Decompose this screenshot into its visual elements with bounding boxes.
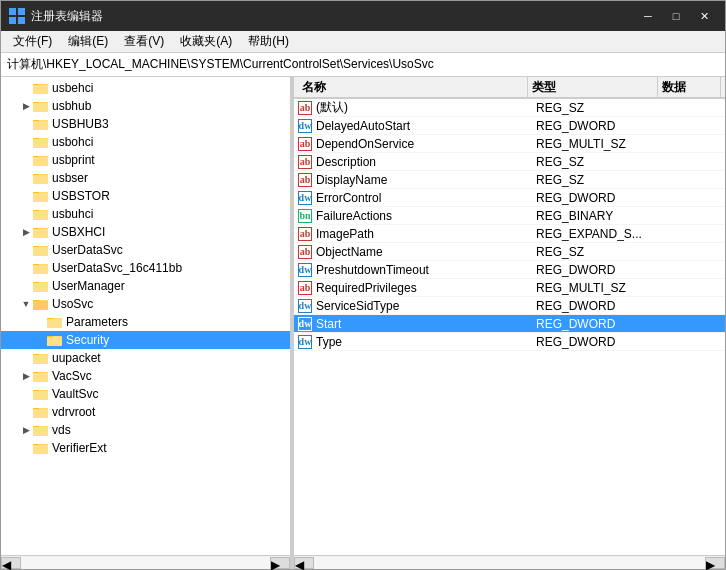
tree-label-vacsvc: VacSvc xyxy=(52,369,92,383)
tree-item-userdatasvc16[interactable]: UserDataSvc_16c411bb xyxy=(1,259,290,277)
detail-row-start[interactable]: dw Start REG_DWORD xyxy=(294,315,725,333)
folder-icon-usermanager xyxy=(33,279,49,293)
svg-rect-45 xyxy=(47,319,62,328)
expander-vds: ▶ xyxy=(19,423,33,437)
svg-rect-42 xyxy=(33,301,48,310)
folder-icon-vaultsvc xyxy=(33,387,49,401)
menu-file[interactable]: 文件(F) xyxy=(5,31,60,52)
tree-item-usosvc[interactable]: ▼ UsoSvc xyxy=(1,295,290,313)
tree-panel[interactable]: usbehci ▶ usbhub USBHUB3 xyxy=(1,77,291,555)
svg-rect-24 xyxy=(33,193,48,202)
tree-item-usbstor[interactable]: USBSTOR xyxy=(1,187,290,205)
tree-item-usbhub[interactable]: ▶ usbhub xyxy=(1,97,290,115)
detail-row-servicesidtype[interactable]: dw ServiceSidType REG_DWORD xyxy=(294,297,725,315)
icon-imagepath: ab xyxy=(298,227,312,241)
svg-rect-12 xyxy=(33,121,48,130)
minimize-button[interactable]: ─ xyxy=(635,6,661,26)
icon-type: dw xyxy=(298,335,312,349)
tree-item-usermanager[interactable]: UserManager xyxy=(1,277,290,295)
tree-item-vaultsvc[interactable]: VaultSvc xyxy=(1,385,290,403)
detail-row-preshutdown[interactable]: dw PreshutdownTimeout REG_DWORD xyxy=(294,261,725,279)
tree-item-vdrvroot[interactable]: vdrvroot xyxy=(1,403,290,421)
detail-scroll-left[interactable]: ◀ xyxy=(294,557,314,569)
cell-type-servicesidtype: REG_DWORD xyxy=(536,299,676,313)
icon-default: ab xyxy=(298,101,312,115)
tree-label-usbhub3: USBHUB3 xyxy=(52,117,109,131)
tree-item-vds[interactable]: ▶ vds xyxy=(1,421,290,439)
col-header-type: 类型 xyxy=(528,77,658,97)
tree-item-vacsvc[interactable]: ▶ VacSvc xyxy=(1,367,290,385)
detail-row-imagepath[interactable]: ab ImagePath REG_EXPAND_S... xyxy=(294,225,725,243)
svg-rect-36 xyxy=(33,265,48,274)
svg-rect-15 xyxy=(33,139,48,148)
registry-editor-window: 注册表编辑器 ─ □ ✕ 文件(F) 编辑(E) 查看(V) 收藏夹(A) 帮助… xyxy=(0,0,726,570)
detail-row-delayed[interactable]: dw DelayedAutoStart REG_DWORD xyxy=(294,117,725,135)
tree-item-usbprint[interactable]: usbprint xyxy=(1,151,290,169)
menu-favorites[interactable]: 收藏夹(A) xyxy=(172,31,240,52)
tree-label-usermanager: UserManager xyxy=(52,279,125,293)
folder-icon-userdatasvc16 xyxy=(33,261,49,275)
expander-vacsvc: ▶ xyxy=(19,369,33,383)
cell-name-servicesidtype: ServiceSidType xyxy=(316,299,536,313)
close-button[interactable]: ✕ xyxy=(691,6,717,26)
tree-label-userdatasvc16: UserDataSvc_16c411bb xyxy=(52,261,182,275)
window-controls: ─ □ ✕ xyxy=(635,6,717,26)
tree-item-uupacket[interactable]: uupacket xyxy=(1,349,290,367)
expander-parameters xyxy=(33,315,47,329)
detail-row-displayname[interactable]: ab DisplayName REG_SZ xyxy=(294,171,725,189)
tree-scroll-right[interactable]: ▶ xyxy=(270,557,290,569)
detail-row-failureactions[interactable]: bn FailureActions REG_BINARY xyxy=(294,207,725,225)
menu-view[interactable]: 查看(V) xyxy=(116,31,172,52)
tree-label-usbxhci: USBXHCI xyxy=(52,225,105,239)
tree-item-usbuhci[interactable]: usbuhci xyxy=(1,205,290,223)
tree-item-security[interactable]: Security xyxy=(1,331,290,349)
expander-usbohci xyxy=(19,135,33,149)
svg-rect-1 xyxy=(18,8,25,15)
svg-rect-63 xyxy=(33,427,48,436)
menu-edit[interactable]: 编辑(E) xyxy=(60,31,116,52)
folder-icon-security xyxy=(47,333,63,347)
svg-rect-27 xyxy=(33,211,48,220)
tree-item-usbehci[interactable]: usbehci xyxy=(1,79,290,97)
tree-item-usbohci[interactable]: usbohci xyxy=(1,133,290,151)
col-header-data: 数据 xyxy=(658,77,721,97)
detail-scroll-right[interactable]: ▶ xyxy=(705,557,725,569)
tree-label-usbser: usbser xyxy=(52,171,88,185)
menu-help[interactable]: 帮助(H) xyxy=(240,31,297,52)
folder-icon-usbser xyxy=(33,171,49,185)
tree-scroll-left[interactable]: ◀ xyxy=(1,557,21,569)
cell-type-failureactions: REG_BINARY xyxy=(536,209,676,223)
detail-scroll[interactable]: 名称 类型 数据 ab (默认) REG_SZ dw DelayedAutoSt… xyxy=(294,77,725,555)
icon-description: ab xyxy=(298,155,312,169)
tree-item-usbhub3[interactable]: USBHUB3 xyxy=(1,115,290,133)
folder-icon-usbstor xyxy=(33,189,49,203)
maximize-button[interactable]: □ xyxy=(663,6,689,26)
cell-name-displayname: DisplayName xyxy=(316,173,536,187)
tree-item-usbser[interactable]: usbser xyxy=(1,169,290,187)
detail-row-default[interactable]: ab (默认) REG_SZ xyxy=(294,99,725,117)
svg-rect-9 xyxy=(33,103,48,112)
tree-item-verifierext[interactable]: VerifierExt xyxy=(1,439,290,457)
tree-item-userdatasvc[interactable]: UserDataSvc xyxy=(1,241,290,259)
detail-row-type[interactable]: dw Type REG_DWORD xyxy=(294,333,725,351)
detail-row-requiredprivileges[interactable]: ab RequiredPrivileges REG_MULTI_SZ xyxy=(294,279,725,297)
menu-bar: 文件(F) 编辑(E) 查看(V) 收藏夹(A) 帮助(H) xyxy=(1,31,725,53)
tree-label-vdrvroot: vdrvroot xyxy=(52,405,95,419)
tree-label-verifierext: VerifierExt xyxy=(52,441,107,455)
svg-rect-51 xyxy=(33,355,48,364)
detail-row-depend[interactable]: ab DependOnService REG_MULTI_SZ xyxy=(294,135,725,153)
svg-rect-3 xyxy=(18,17,25,24)
detail-row-objectname[interactable]: ab ObjectName REG_SZ xyxy=(294,243,725,261)
icon-delayed: dw xyxy=(298,119,312,133)
address-text: 计算机\HKEY_LOCAL_MACHINE\SYSTEM\CurrentCon… xyxy=(7,56,434,73)
tree-item-usbxhci[interactable]: ▶ USBXHCI xyxy=(1,223,290,241)
svg-rect-57 xyxy=(33,391,48,400)
tree-item-parameters[interactable]: Parameters xyxy=(1,313,290,331)
svg-rect-54 xyxy=(33,373,48,382)
detail-panel[interactable]: 名称 类型 数据 ab (默认) REG_SZ dw DelayedAutoSt… xyxy=(294,77,725,555)
tree-label-usbohci: usbohci xyxy=(52,135,93,149)
detail-row-description[interactable]: ab Description REG_SZ xyxy=(294,153,725,171)
cell-type-objectname: REG_SZ xyxy=(536,245,676,259)
detail-row-errorcontrol[interactable]: dw ErrorControl REG_DWORD xyxy=(294,189,725,207)
icon-depend: ab xyxy=(298,137,312,151)
